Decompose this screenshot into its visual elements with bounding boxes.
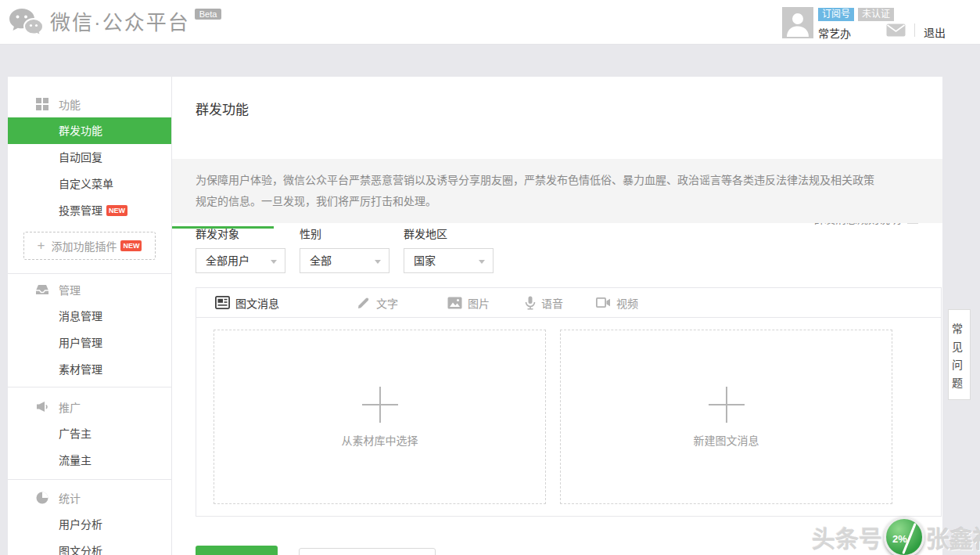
plus-icon: +	[38, 238, 45, 254]
add-plugin-button[interactable]: + 添加功能插件 NEW	[23, 232, 156, 260]
gender-select[interactable]: 全部	[300, 248, 389, 273]
wechat-logo-icon	[8, 6, 44, 41]
watermark-prefix: 头条号	[812, 520, 882, 554]
sidebar-item-message-management[interactable]: 消息管理	[8, 303, 171, 330]
page-title: 群发功能	[196, 99, 249, 118]
send-button[interactable]	[196, 546, 278, 555]
sidebar-section-promotion: 推广	[8, 394, 171, 420]
divider	[914, 23, 915, 37]
field-region: 群发地区 国家	[404, 225, 494, 273]
watermark-badge-icon: 2%	[884, 517, 924, 555]
message-editor: 图文消息 文字 图片	[196, 287, 942, 517]
plus-icon	[362, 387, 398, 423]
avatar[interactable]	[782, 7, 813, 38]
platform-title: 微信·公众平台	[50, 6, 190, 39]
secondary-button[interactable]	[299, 548, 436, 555]
wechat-logo: 微信·公众平台 Beta	[8, 6, 221, 41]
type-voice[interactable]: 语音	[525, 295, 563, 311]
divider	[8, 479, 171, 480]
inbox-icon	[35, 283, 49, 297]
audience-select[interactable]: 全部用户	[196, 248, 285, 273]
chevron-down-icon	[271, 260, 277, 264]
megaphone-icon	[35, 400, 49, 414]
type-video[interactable]: 视频	[596, 295, 638, 311]
logout-link[interactable]: 退出	[924, 24, 946, 40]
faq-tab[interactable]: 常见问题	[948, 309, 971, 400]
sidebar-item-user-analysis[interactable]: 用户分析	[8, 511, 171, 538]
watermark-suffix: 张鑫祥	[926, 520, 980, 554]
create-rich-media-box[interactable]: 新建图文消息	[560, 330, 892, 504]
policy-notice: 为保障用户体验，微信公众平台严禁恶意营销以及诱导分享朋友圈，严禁发布色情低俗、暴…	[172, 159, 942, 223]
action-buttons	[196, 546, 436, 555]
new-badge: NEW	[106, 205, 127, 216]
field-label: 群发对象	[196, 225, 285, 241]
type-image[interactable]: 图片	[447, 295, 490, 311]
plus-icon	[709, 387, 745, 423]
region-select[interactable]: 国家	[404, 248, 494, 273]
field-audience: 群发对象 全部用户	[196, 225, 285, 273]
person-icon	[782, 7, 813, 38]
message-type-toolbar: 图文消息 文字 图片	[196, 288, 941, 318]
section-title: 推广	[59, 399, 81, 415]
sidebar: 功能 群发功能 自动回复 自定义菜单 投票管理NEW + 添加功能插件 NEW …	[8, 77, 172, 555]
sidebar-section-management: 管理	[8, 276, 171, 303]
watermark: 头条号 2% 张鑫祥	[812, 517, 980, 555]
sidebar-item-custom-menu[interactable]: 自定义菜单	[8, 171, 171, 197]
chevron-down-icon	[375, 260, 381, 264]
audience-form: 群发对象 全部用户 性别 全部 群发地区 国家	[196, 225, 508, 273]
main-panel: 群发功能 新建群发消息 已发送 群发消息规则说明 为保障用户体验，微信公众平台严…	[172, 77, 942, 555]
grid-icon	[35, 97, 49, 111]
verify-status-badge: 未认证	[858, 8, 894, 21]
section-title: 管理	[59, 282, 81, 297]
image-icon	[447, 297, 462, 309]
sidebar-item-mass-messaging[interactable]: 群发功能	[8, 117, 171, 144]
microphone-icon	[525, 296, 536, 310]
sidebar-item-advertiser[interactable]: 广告主	[8, 420, 171, 447]
account-name: 常艺办	[818, 25, 851, 41]
top-bar: 微信·公众平台 Beta 订阅号 未认证 常艺办 退出	[0, 0, 980, 45]
pencil-icon	[357, 296, 371, 309]
section-title: 功能	[59, 96, 81, 112]
chevron-down-icon	[479, 260, 485, 264]
sidebar-item-traffic-owner[interactable]: 流量主	[8, 447, 171, 474]
pie-chart-icon	[35, 491, 49, 505]
sidebar-section-features: 功能	[8, 91, 171, 117]
type-text[interactable]: 文字	[357, 295, 398, 311]
select-from-library-box[interactable]: 从素材库中选择	[214, 330, 546, 504]
sidebar-item-article-analysis[interactable]: 图文分析	[8, 538, 171, 555]
field-gender: 性别 全部	[300, 225, 389, 273]
sidebar-item-user-management[interactable]: 用户管理	[8, 330, 171, 356]
sidebar-item-auto-reply[interactable]: 自动回复	[8, 144, 171, 171]
field-label: 群发地区	[404, 225, 494, 241]
section-title: 统计	[59, 490, 81, 506]
account-badges: 订阅号 未认证	[818, 8, 894, 21]
mail-icon[interactable]	[886, 23, 906, 40]
account-type-badge: 订阅号	[818, 8, 854, 21]
divider	[8, 387, 171, 387]
new-badge: NEW	[120, 240, 142, 251]
sidebar-section-statistics: 统计	[8, 485, 171, 511]
field-label: 性别	[300, 225, 389, 241]
sidebar-item-material-management[interactable]: 素材管理	[8, 356, 171, 383]
sidebar-item-vote-management[interactable]: 投票管理NEW	[8, 197, 171, 224]
divider	[8, 273, 171, 274]
editor-content: 从素材库中选择 新建图文消息	[214, 330, 941, 504]
video-camera-icon	[596, 297, 611, 308]
article-icon	[215, 296, 230, 309]
beta-badge: Beta	[195, 9, 222, 20]
type-rich-media[interactable]: 图文消息	[215, 295, 279, 311]
